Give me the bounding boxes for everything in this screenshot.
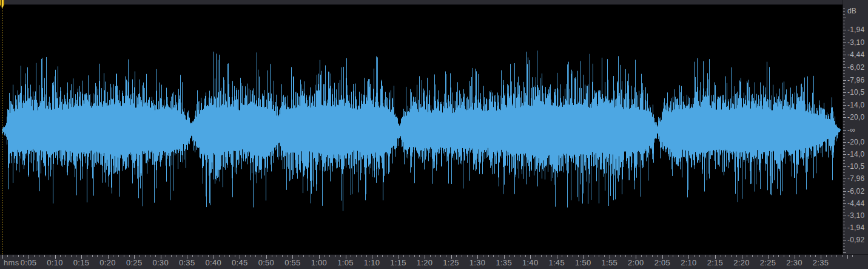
db-minor-tick	[843, 33, 845, 33]
db-minor-tick	[843, 58, 845, 59]
db-minor-tick	[843, 197, 845, 198]
db-minor-tick	[843, 111, 845, 112]
timeline-minor-tick	[836, 255, 837, 257]
db-minor-tick	[843, 73, 845, 74]
time-label: 2:10	[681, 258, 697, 267]
time-label: 2:05	[654, 258, 671, 267]
db-label: -4,44	[847, 50, 864, 59]
timeline-minor-tick	[758, 255, 758, 257]
timeline-minor-tick	[409, 255, 409, 257]
db-major-tick	[843, 92, 846, 93]
db-label: -6,02	[847, 187, 864, 196]
timeline-minor-tick	[34, 255, 35, 257]
timeline-minor-tick	[615, 255, 616, 257]
db-major-tick	[843, 191, 846, 192]
timeline-minor-tick	[805, 255, 806, 257]
timeline-minor-tick	[182, 255, 183, 257]
db-minor-tick	[843, 148, 845, 149]
db-major-tick	[843, 216, 846, 216]
db-major-tick	[843, 80, 846, 81]
db-major-tick	[843, 117, 846, 118]
db-minor-tick	[843, 234, 845, 234]
timeline-minor-tick	[842, 255, 843, 257]
time-label: 0:25	[126, 258, 143, 267]
db-minor-tick	[843, 39, 845, 40]
time-label: 0:55	[284, 258, 301, 267]
timeline-minor-tick	[699, 255, 700, 257]
db-minor-tick	[843, 194, 845, 195]
timeline-minor-tick	[251, 255, 251, 257]
timeline-minor-tick	[810, 255, 811, 257]
timeline-minor-tick	[403, 255, 404, 257]
db-minor-tick	[843, 225, 845, 225]
time-label: 0:05	[21, 258, 37, 267]
timeline-minor-tick	[303, 255, 304, 257]
timeline-minor-tick	[752, 255, 753, 257]
db-minor-tick	[843, 157, 845, 158]
time-label: 1:15	[390, 258, 406, 267]
db-major-tick	[843, 30, 846, 30]
timeline-minor-tick	[546, 255, 547, 257]
db-minor-tick	[843, 237, 845, 237]
timeline-minor-tick	[710, 255, 710, 257]
timeline-minor-tick	[488, 255, 489, 257]
db-minor-tick	[843, 83, 845, 84]
db-minor-tick	[843, 36, 845, 37]
timeline-minor-tick	[18, 255, 19, 257]
db-minor-tick	[843, 200, 845, 201]
timeline-minor-tick	[430, 255, 431, 257]
time-label: 1:10	[364, 258, 380, 267]
db-minor-tick	[843, 108, 845, 109]
timeline-minor-tick	[235, 255, 235, 257]
timeline-minor-tick	[456, 255, 457, 257]
db-minor-tick	[843, 209, 845, 210]
time-label: 1:20	[417, 258, 433, 267]
timeline-minor-tick	[684, 255, 684, 257]
timeline-minor-tick	[493, 255, 494, 257]
timeline-minor-tick	[832, 255, 832, 257]
db-label: -6,02	[847, 63, 864, 72]
timeline-minor-tick	[419, 255, 420, 257]
db-minor-tick	[843, 114, 845, 115]
amplitude-ruler[interactable]: dB -∞ -1,94-3,10-4,44-6,02-7,96-10,5-14,…	[843, 0, 868, 254]
db-center-label: -∞	[847, 126, 855, 134]
timeline-minor-tick	[789, 255, 790, 257]
time-label: 2:15	[707, 258, 724, 267]
timeline-minor-tick	[377, 255, 378, 257]
marker-bar[interactable]	[0, 0, 843, 5]
db-label: -3,10	[847, 211, 864, 220]
db-label: -3,10	[847, 38, 864, 47]
db-major-tick	[843, 228, 846, 228]
timeline-ruler[interactable]: hms 0:050:100:150:200:250:300:350:400:45…	[0, 254, 868, 269]
waveform-display[interactable]	[0, 0, 843, 269]
timeline-minor-tick	[499, 255, 499, 257]
timeline-minor-tick	[567, 255, 568, 257]
timeline-minor-tick	[60, 255, 61, 257]
timeline-minor-tick	[87, 255, 87, 257]
playhead-line[interactable]	[2, 8, 2, 255]
db-unit-label: dB	[847, 7, 856, 15]
timeline-minor-tick	[625, 255, 626, 257]
timeline-minor-tick	[340, 255, 341, 257]
timeline-minor-tick	[694, 255, 695, 257]
timeline-major-tick	[847, 255, 848, 259]
timeline-minor-tick	[39, 255, 39, 257]
db-minor-tick	[843, 172, 845, 173]
timeline-minor-tick	[198, 255, 198, 257]
db-minor-tick	[843, 151, 845, 152]
waveform-editor: dB -∞ -1,94-3,10-4,44-6,02-7,96-10,5-14,…	[0, 0, 868, 269]
time-label: 1:30	[469, 258, 486, 267]
db-major-tick	[843, 18, 846, 18]
db-label: -14,0	[847, 150, 864, 158]
timeline-minor-tick	[520, 255, 520, 257]
timeline-minor-tick	[261, 255, 261, 257]
timeline-minor-tick	[166, 255, 166, 257]
timeline-minor-tick	[171, 255, 172, 257]
time-label: 2:00	[628, 258, 644, 267]
time-label: 1:50	[575, 258, 591, 267]
timeline-minor-tick	[50, 255, 50, 257]
db-minor-tick	[843, 213, 845, 213]
timeline-minor-tick	[335, 255, 335, 257]
time-label: 0:10	[47, 258, 63, 267]
db-minor-tick	[843, 64, 845, 65]
